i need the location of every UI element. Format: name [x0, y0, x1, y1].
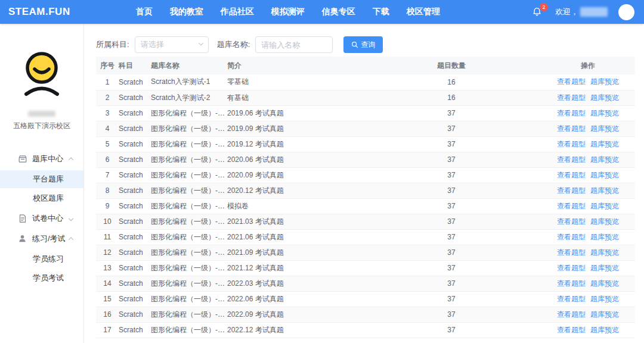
table-row: 17Scratch图形化编程（一级）-15卷2022.12 考试真题37查看题型…	[96, 322, 635, 338]
view-question-types-link[interactable]: 查看题型	[557, 310, 586, 319]
subject-cell: Scratch	[119, 90, 151, 105]
nav-item-campus-management[interactable]: 校区管理	[407, 7, 440, 17]
view-question-types-link[interactable]: 查看题型	[557, 202, 586, 210]
bank-preview-link[interactable]: 题库预览	[590, 217, 619, 226]
bank-name-cell: 图形化编程（一级）-7卷	[151, 198, 227, 214]
bank-preview-link[interactable]: 题库预览	[590, 77, 619, 86]
table-row: 4Scratch图形化编程（一级）-2卷2019.09 考试真题37查看题型题库…	[96, 121, 635, 136]
chevron-up-icon	[69, 157, 73, 162]
col-header-bank-name: 题库名称	[151, 57, 227, 74]
bank-name-cell: 图形化编程（一级）-3卷	[151, 136, 227, 152]
description-cell: 2022.03 考试真题	[227, 276, 362, 291]
bank-preview-link[interactable]: 题库预览	[590, 248, 619, 257]
bank-name-input[interactable]	[255, 36, 333, 53]
nav-item-my-classroom[interactable]: 我的教室	[170, 7, 203, 17]
sidebar-item-student-exam[interactable]: 学员考试	[0, 269, 83, 287]
nav-item-home[interactable]: 首页	[136, 7, 153, 17]
view-question-types-link[interactable]: 查看题型	[557, 279, 586, 288]
sidebar-item-question-bank-center[interactable]: 题库中心	[0, 149, 83, 169]
view-question-types-link[interactable]: 查看题型	[557, 124, 586, 133]
table-row: 12Scratch图形化编程（一级）-10卷2021.09 考试真题37查看题型…	[96, 245, 635, 260]
bank-preview-link[interactable]: 题库预览	[590, 233, 619, 241]
bank-preview-link[interactable]: 题库预览	[590, 109, 619, 117]
view-question-types-link[interactable]: 查看题型	[557, 233, 586, 241]
col-header-question-count: 题目数量	[362, 57, 541, 74]
table-row: 10Scratch图形化编程（一级）-8卷2021.03 考试真题37查看题型题…	[96, 214, 635, 229]
campus-name: 五格殿下演示校区	[0, 121, 83, 131]
subject-cell: Scratch	[119, 322, 151, 338]
notifications-button[interactable]: 2	[532, 7, 542, 17]
view-question-types-link[interactable]: 查看题型	[557, 217, 586, 226]
view-question-types-link[interactable]: 查看题型	[557, 93, 586, 102]
bank-preview-link[interactable]: 题库预览	[590, 124, 619, 133]
view-question-types-link[interactable]: 查看题型	[557, 140, 586, 148]
question-bank-table: 序号 科目 题库名称 简介 题目数量 操作 1ScratchScratch入学测…	[96, 57, 635, 338]
bank-preview-link[interactable]: 题库预览	[590, 310, 619, 319]
description-cell: 2021.03 考试真题	[227, 214, 362, 229]
bank-name-cell: Scratch入学测试-1	[151, 74, 227, 90]
view-question-types-link[interactable]: 查看题型	[557, 248, 586, 257]
user-avatar[interactable]	[618, 4, 634, 20]
bank-preview-link[interactable]: 题库预览	[590, 171, 619, 179]
redacted-campus-line	[28, 111, 55, 117]
description-cell: 2022.12 考试真题	[227, 322, 362, 338]
search-icon	[351, 41, 358, 48]
description-cell: 有基础	[227, 90, 362, 105]
description-cell: 2019.12 考试真题	[227, 136, 362, 152]
top-navbar: STEAM.FUN 首页 我的教室 作品社区 模拟测评 信奥专区 下载 校区管理…	[0, 0, 644, 24]
bank-preview-link[interactable]: 题库预览	[590, 155, 619, 164]
view-question-types-link[interactable]: 查看题型	[557, 171, 586, 179]
bank-preview-link[interactable]: 题库预览	[590, 295, 619, 303]
bank-preview-link[interactable]: 题库预览	[590, 202, 619, 210]
table-row: 7Scratch图形化编程（一级）-5卷2020.09 考试真题37查看题型题库…	[96, 167, 635, 183]
view-question-types-link[interactable]: 查看题型	[557, 295, 586, 303]
bank-preview-link[interactable]: 题库预览	[590, 264, 619, 272]
subject-cell: Scratch	[119, 105, 151, 121]
row-index: 17	[96, 322, 119, 338]
row-actions: 查看题型题库预览	[541, 136, 635, 152]
welcome-text: 欢迎，	[555, 7, 608, 17]
view-question-types-link[interactable]: 查看题型	[557, 186, 586, 195]
subject-cell: Scratch	[119, 229, 151, 245]
row-index: 15	[96, 291, 119, 307]
table-row: 16Scratch图形化编程（一级）-14卷2022.09 考试真题37查看题型…	[96, 307, 635, 322]
row-actions: 查看题型题库预览	[541, 276, 635, 291]
description-cell: 2019.09 考试真题	[227, 121, 362, 136]
view-question-types-link[interactable]: 查看题型	[557, 264, 586, 272]
nav-item-olympiad-zone[interactable]: 信奥专区	[322, 7, 355, 17]
bank-name-cell: 图形化编程（一级）-10卷	[151, 245, 227, 260]
nav-item-mock-assessment[interactable]: 模拟测评	[271, 7, 305, 17]
question-count-cell: 16	[362, 90, 541, 105]
sidebar-item-campus-question-bank[interactable]: 校区题库	[0, 189, 83, 207]
row-index: 3	[96, 105, 119, 121]
view-question-types-link[interactable]: 查看题型	[557, 77, 586, 86]
bank-preview-link[interactable]: 题库预览	[590, 140, 619, 148]
sidebar-item-exam-paper-center[interactable]: 试卷中心	[0, 208, 83, 229]
row-actions: 查看题型题库预览	[541, 152, 635, 167]
subject-cell: Scratch	[119, 167, 151, 183]
question-bank-table-body: 1ScratchScratch入学测试-1零基础16查看题型题库预览2Scrat…	[96, 74, 635, 338]
bank-preview-link[interactable]: 题库预览	[590, 279, 619, 288]
view-question-types-link[interactable]: 查看题型	[557, 109, 586, 117]
row-actions: 查看题型题库预览	[541, 167, 635, 183]
view-question-types-link[interactable]: 查看题型	[557, 326, 586, 334]
bank-preview-link[interactable]: 题库预览	[590, 326, 619, 334]
subject-select[interactable]: 请选择	[135, 36, 209, 53]
row-actions: 查看题型题库预览	[541, 291, 635, 307]
nav-item-works-community[interactable]: 作品社区	[221, 7, 254, 17]
description-cell: 2021.06 考试真题	[227, 229, 362, 245]
description-cell: 2020.09 考试真题	[227, 167, 362, 183]
question-count-cell: 37	[362, 307, 541, 322]
bank-preview-link[interactable]: 题库预览	[590, 93, 619, 102]
sidebar-item-practice-exam[interactable]: 练习/考试	[0, 229, 83, 249]
sidebar-item-student-practice[interactable]: 学员练习	[0, 250, 83, 268]
subject-cell: Scratch	[119, 276, 151, 291]
sidebar-item-platform-question-bank[interactable]: 平台题库	[0, 170, 83, 188]
view-question-types-link[interactable]: 查看题型	[557, 155, 586, 164]
subject-cell: Scratch	[119, 214, 151, 229]
bank-preview-link[interactable]: 题库预览	[590, 186, 619, 195]
search-button[interactable]: 查询	[343, 36, 383, 53]
row-index: 7	[96, 167, 119, 183]
row-actions: 查看题型题库预览	[541, 198, 635, 214]
nav-item-download[interactable]: 下载	[373, 7, 389, 17]
